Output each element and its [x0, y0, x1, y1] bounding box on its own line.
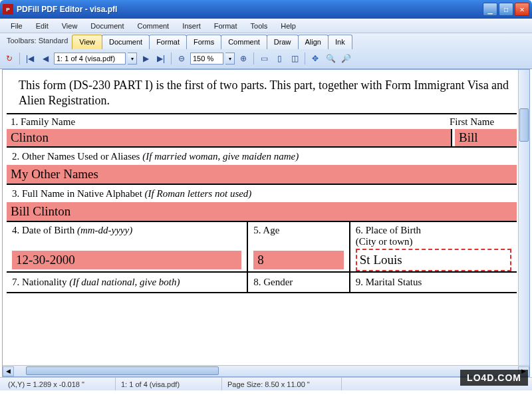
- hint-dob: (mm-dd-yyyy): [77, 225, 132, 235]
- menu-insert[interactable]: Insert: [176, 21, 207, 31]
- tab-draw[interactable]: Draw: [267, 35, 299, 49]
- status-pagesize: Page Size: 8.50 x 11.00 ": [222, 378, 342, 390]
- field-pob-selected[interactable]: St Louis: [356, 249, 511, 271]
- status-coords: (X,Y) = 1.289 x -0.018 ": [3, 378, 116, 390]
- minimize-button[interactable]: _: [483, 3, 497, 16]
- zoom-input[interactable]: [190, 53, 223, 65]
- label-marital: 9. Marital Status: [350, 273, 517, 292]
- tab-forms[interactable]: Forms: [186, 35, 221, 49]
- zoom-dropdown-icon[interactable]: ▾: [225, 53, 235, 65]
- tab-align[interactable]: Align: [298, 35, 329, 49]
- tab-format[interactable]: Format: [149, 35, 187, 49]
- titlebar: P PDFill PDF Editor - visa.pfl _ ☐ ✕: [0, 0, 532, 19]
- menu-document[interactable]: Document: [84, 21, 130, 31]
- watermark: LO4D.COM: [460, 370, 528, 386]
- zoom-tool-out-icon[interactable]: 🔎: [339, 52, 352, 65]
- menu-comment[interactable]: Comment: [131, 21, 176, 31]
- field-family-name[interactable]: Clinton: [7, 129, 451, 146]
- menu-tools[interactable]: Tools: [244, 21, 275, 31]
- zoom-tool-in-icon[interactable]: 🔍: [324, 52, 337, 65]
- maximize-button[interactable]: ☐: [499, 3, 513, 16]
- close-button[interactable]: ✕: [515, 3, 529, 16]
- scrollbar-thumb[interactable]: [519, 108, 529, 142]
- field-first-name[interactable]: Bill: [455, 129, 517, 146]
- window-buttons: _ ☐ ✕: [483, 3, 529, 16]
- window-title: PDFill PDF Editor - visa.pfl: [17, 5, 483, 14]
- fit-width-icon[interactable]: ◫: [288, 52, 301, 65]
- sub-pob: (City or town): [356, 236, 511, 247]
- field-age[interactable]: 8: [253, 251, 344, 269]
- menu-file[interactable]: File: [4, 21, 29, 31]
- separator: [171, 53, 172, 65]
- row-other-names: 2. Other Names Used or Aliases (If marri…: [7, 148, 517, 185]
- prev-page-icon[interactable]: ◀: [39, 52, 52, 65]
- label-first-name: First Name: [450, 116, 513, 128]
- row-family-first: 1. Family Name First Name Clinton Bill: [7, 114, 517, 148]
- hint-nationality: (If dual national, give both): [69, 277, 180, 287]
- hint-other-names: (If married woman, give maiden name): [142, 151, 299, 162]
- label-pob: 6. Place of Birth: [356, 225, 511, 236]
- toolbar-tabstrip: Toolbars: Standard View Document Format …: [3, 35, 529, 49]
- intro-text: This form (DS-230 PART I) is the first o…: [7, 72, 517, 114]
- scroll-left-icon[interactable]: ◀: [3, 366, 14, 376]
- hint-native-alphabet: (If Roman letters not used): [145, 188, 252, 199]
- menu-edit[interactable]: Edit: [29, 21, 55, 31]
- field-pob[interactable]: St Louis: [360, 253, 402, 267]
- toolbar-label: Toolbars: Standard: [3, 35, 72, 49]
- row-native-alphabet: 3. Full Name in Native Alphabet (If Roma…: [7, 185, 517, 222]
- row-nat-gender-marital: 7. Nationality (If dual national, give b…: [7, 273, 517, 293]
- refresh-icon[interactable]: ↻: [3, 52, 16, 65]
- menubar: File Edit View Document Comment Insert F…: [0, 19, 532, 33]
- label-age: 5. Age: [253, 225, 344, 236]
- last-page-icon[interactable]: ▶|: [154, 52, 168, 65]
- page-info-input[interactable]: [54, 53, 126, 65]
- label-family-name: 1. Family Name: [11, 116, 450, 128]
- page-dropdown-icon[interactable]: ▾: [128, 53, 137, 65]
- statusbar: (X,Y) = 1.289 x -0.018 " 1: 1 of 4 (visa…: [0, 377, 532, 390]
- pan-icon[interactable]: ✥: [309, 52, 322, 65]
- separator: [305, 53, 305, 65]
- label-gender: 8. Gender: [248, 273, 350, 292]
- row-dob-age-pob: 4. Date of Birth (mm-dd-yyyy) 12-30-2000…: [7, 222, 517, 273]
- document-area: This form (DS-230 PART I) is the first o…: [2, 69, 530, 377]
- vertical-scrollbar[interactable]: [518, 70, 529, 365]
- next-page-icon[interactable]: ▶: [139, 52, 152, 65]
- label-dob: 4. Date of Birth: [12, 225, 74, 235]
- tab-view[interactable]: View: [72, 35, 102, 49]
- status-page: 1: 1 of 4 (visa.pdf): [116, 378, 222, 390]
- first-page-icon[interactable]: |◀: [23, 52, 37, 65]
- field-native-alphabet[interactable]: Bill Clinton: [7, 202, 517, 221]
- menu-view[interactable]: View: [55, 21, 84, 31]
- app-icon: P: [3, 4, 13, 15]
- field-dob[interactable]: 12-30-2000: [12, 251, 241, 269]
- fit-actual-icon[interactable]: ▭: [257, 52, 271, 65]
- scrollbar-thumb[interactable]: [26, 366, 219, 375]
- zoom-out-icon[interactable]: ⊖: [175, 52, 188, 65]
- fit-page-icon[interactable]: ▯: [273, 52, 286, 65]
- label-native-alphabet: 3. Full Name in Native Alphabet: [12, 188, 142, 199]
- scrollbar-track[interactable]: [14, 366, 518, 376]
- separator: [253, 53, 254, 65]
- pdf-page: This form (DS-230 PART I) is the first o…: [7, 72, 517, 293]
- horizontal-scrollbar[interactable]: ◀ ▶: [3, 365, 529, 376]
- view-toolbar: ↻ |◀ ◀ ▾ ▶ ▶| ⊖ ▾ ⊕ ▭ ▯ ◫ ✥ 🔍 🔎: [3, 51, 529, 66]
- separator: [19, 53, 20, 65]
- label-nationality: 7. Nationality: [12, 277, 67, 287]
- tab-comment[interactable]: Comment: [221, 35, 267, 49]
- tab-document[interactable]: Document: [102, 35, 150, 49]
- menu-help[interactable]: Help: [274, 21, 303, 31]
- zoom-in-icon[interactable]: ⊕: [237, 52, 250, 65]
- tab-ink[interactable]: Ink: [328, 35, 352, 49]
- label-other-names: 2. Other Names Used or Aliases: [12, 151, 140, 162]
- toolbar-area: Toolbars: Standard View Document Format …: [0, 33, 532, 69]
- menu-format[interactable]: Format: [207, 21, 244, 31]
- field-other-names[interactable]: My Other Names: [7, 165, 517, 184]
